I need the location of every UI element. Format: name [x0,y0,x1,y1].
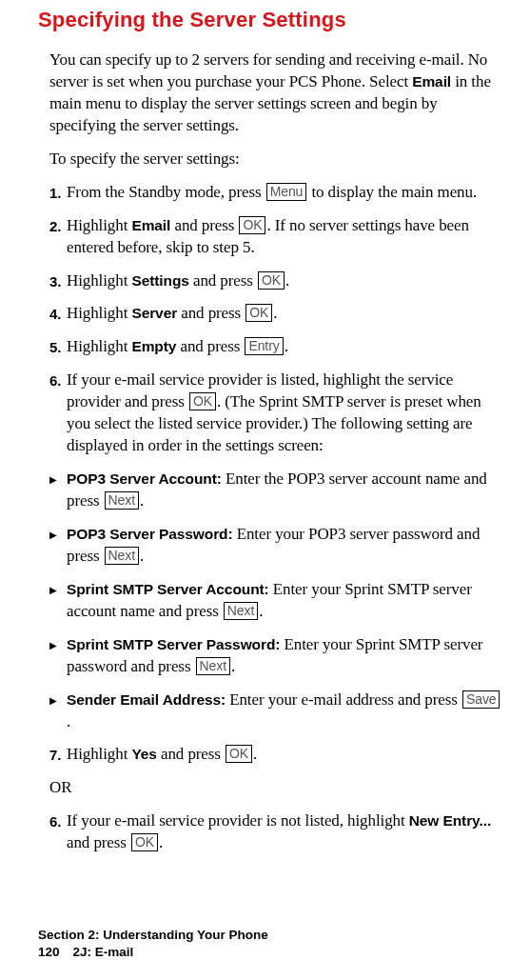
bullet-bold: POP3 Server Account: [67,470,222,487]
footer-chapter: 2J: E-mail [73,944,134,961]
bullet-body: POP3 Server Password: Enter your POP3 se… [67,524,501,568]
ok-key-icon: OK [245,304,272,322]
bullet-pop3-password: ▶ POP3 Server Password: Enter your POP3 … [49,524,501,568]
step-2: 2. Highlight Email and press OK. If no s… [49,215,501,259]
step-bold: Empty [131,338,176,354]
step-number: 4. [49,303,67,325]
bullet-text: . [140,491,144,510]
next-key-icon: Next [196,657,230,675]
step-text: and press [67,833,130,851]
page-footer: Section 2: Understanding Your Phone 120 … [38,927,268,961]
step-6-alt: 6. If your e-mail service provider is no… [49,810,501,854]
step-text: If your e-mail service provider is not l… [67,811,409,830]
bullet-bold: POP3 Server Password: [67,526,233,542]
ok-key-icon: OK [258,271,285,290]
bullet-text: . [231,657,235,675]
step-number: 7. [49,744,67,766]
step-body: If your e-mail service provider is liste… [67,370,501,457]
step-number: 1. [49,182,67,204]
step-number: 6. [49,810,67,854]
intro-paragraph: You can specify up to 2 servers for send… [49,50,501,137]
triangle-bullet-icon: ▶ [49,469,67,512]
bullet-smtp-password: ▶ Sprint SMTP Server Password: Enter you… [49,634,501,678]
triangle-bullet-icon: ▶ [49,690,67,733]
step-text: Highlight [67,745,131,763]
intro-bold: Email [412,73,451,90]
step-text: . [285,271,289,290]
step-number: 6. [49,370,67,457]
step-6: 6. If your e-mail service provider is li… [49,370,501,457]
next-key-icon: Next [105,491,139,510]
step-text: Highlight [67,304,131,322]
ok-key-icon: OK [131,833,158,851]
bullet-sender-email: ▶ Sender Email Address: Enter your e-mai… [49,690,501,733]
save-key-icon: Save [462,690,501,709]
footer-section-title: Section 2: Understanding Your Phone [38,927,268,944]
content-block: You can specify up to 2 servers for send… [38,50,501,854]
step-number: 2. [49,215,67,259]
step-text: to display the main menu. [307,183,477,201]
entry-key-icon: Entry [245,337,283,355]
step-text: and press [177,304,245,322]
bullet-pop3-account: ▶ POP3 Server Account: Enter the POP3 se… [49,469,501,512]
bullet-text: Enter your e-mail address and press [226,690,461,709]
page-number: 120 [38,944,60,961]
step-body: Highlight Email and press OK. If no serv… [67,215,501,259]
step-bold: Settings [131,272,188,289]
step-number: 3. [49,270,67,292]
step-body: Highlight Empty and press Entry. [67,336,501,358]
bullet-bold: Sprint SMTP Server Password: [67,636,280,652]
step-bold: Server [131,305,177,321]
bullet-bold: Sprint SMTP Server Account: [67,581,269,597]
triangle-bullet-icon: ▶ [49,524,67,568]
bullet-body: Sender Email Address: Enter your e-mail … [67,690,501,733]
step-5: 5. Highlight Empty and press Entry. [49,336,501,358]
triangle-bullet-icon: ▶ [49,579,67,623]
or-separator: OR [49,777,501,799]
bullet-smtp-account: ▶ Sprint SMTP Server Account: Enter your… [49,579,501,623]
bullet-text: . [67,712,70,730]
step-bold: New Entry... [409,812,491,829]
step-text: . [273,304,277,322]
step-3: 3. Highlight Settings and press OK. [49,270,501,292]
bullet-body: Sprint SMTP Server Password: Enter your … [67,634,501,678]
page-heading: Specifying the Server Settings [38,8,501,32]
step-body: Highlight Server and press OK. [67,303,501,325]
step-text: Highlight [67,271,131,290]
bullet-body: POP3 Server Account: Enter the POP3 serv… [67,469,501,512]
step-body: If your e-mail service provider is not l… [67,810,501,854]
bullet-bold: Sender Email Address: [67,691,226,708]
ok-key-icon: OK [189,392,216,410]
step-7: 7. Highlight Yes and press OK. [49,744,501,766]
step-4: 4. Highlight Server and press OK. [49,303,501,325]
step-text: and press [176,337,244,355]
ok-key-icon: OK [239,216,265,234]
step-text: From the Standby mode, press [67,183,265,201]
step-body: Highlight Settings and press OK. [67,270,501,292]
step-text: and press [170,216,238,234]
bullet-text: . [259,602,263,620]
menu-key-icon: Menu [266,183,307,201]
step-bold: Yes [131,746,156,762]
triangle-bullet-icon: ▶ [49,634,67,678]
bullet-body: Sprint SMTP Server Account: Enter your S… [67,579,501,623]
bullet-text: . [140,547,144,565]
step-text: . [253,745,257,763]
step-1: 1. From the Standby mode, press Menu to … [49,182,501,204]
step-text: Highlight [67,216,131,234]
step-text: . [159,833,163,851]
lead-paragraph: To specify the server settings: [49,149,501,170]
step-bold: Email [131,217,170,233]
step-text: Highlight [67,337,131,355]
step-text: and press [157,745,225,763]
step-body: Highlight Yes and press OK. [67,744,501,766]
step-body: From the Standby mode, press Menu to dis… [67,182,501,204]
ok-key-icon: OK [226,745,252,763]
step-text: and press [189,271,257,290]
step-number: 5. [49,336,67,358]
next-key-icon: Next [105,547,139,565]
step-text: . [285,337,288,355]
next-key-icon: Next [224,602,258,620]
